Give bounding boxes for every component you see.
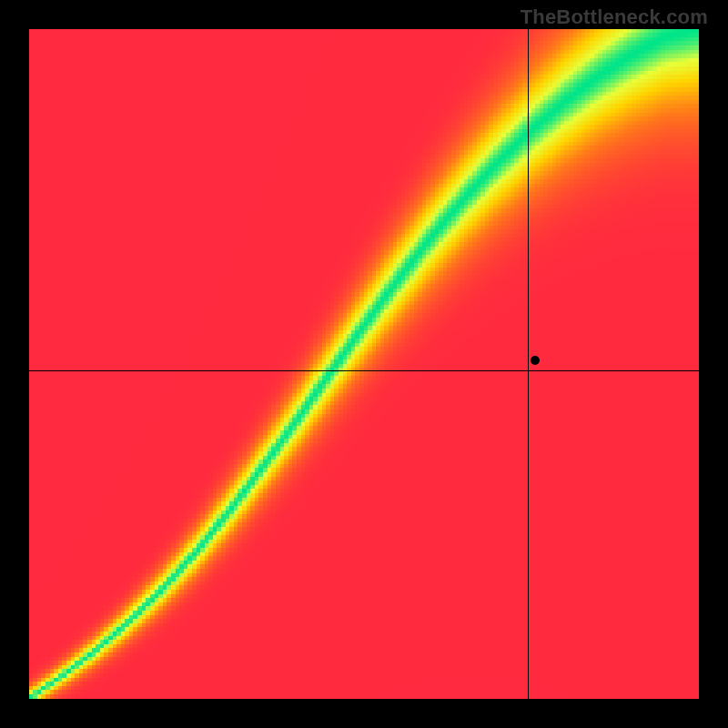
- crosshair-horizontal: [29, 370, 699, 371]
- config-marker-dot: [531, 356, 540, 365]
- bottleneck-heatmap: [29, 29, 699, 699]
- chart-frame: TheBottleneck.com: [0, 0, 728, 728]
- watermark-text: TheBottleneck.com: [521, 5, 708, 29]
- crosshair-vertical: [528, 29, 529, 699]
